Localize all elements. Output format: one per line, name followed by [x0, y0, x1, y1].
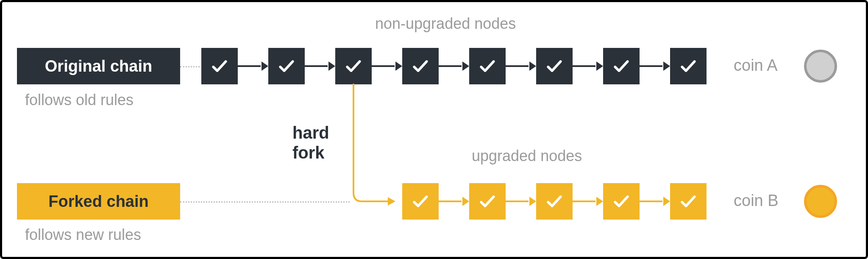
- chain-arrow: [372, 60, 402, 72]
- check-icon: [411, 57, 430, 75]
- original-chain-subtitle: follows old rules: [25, 91, 134, 109]
- check-icon: [612, 192, 631, 211]
- forked-block: [536, 183, 573, 220]
- check-icon: [210, 57, 229, 75]
- fork-connector: [2, 2, 868, 259]
- coin-b-circle-icon: [804, 185, 837, 218]
- check-icon: [679, 57, 698, 75]
- check-icon: [344, 57, 363, 75]
- original-block: [268, 48, 305, 84]
- chain-arrow: [640, 195, 670, 208]
- check-icon: [679, 192, 698, 211]
- original-block: [536, 48, 573, 84]
- chain-arrow: [305, 60, 335, 72]
- coin-a-label: coin A: [734, 56, 778, 75]
- original-block: [335, 48, 372, 84]
- upgraded-label: upgraded nodes: [472, 147, 582, 165]
- dotted-connector-original: [180, 66, 200, 67]
- chain-arrow: [238, 60, 268, 72]
- original-block: [670, 48, 707, 84]
- check-icon: [545, 192, 564, 211]
- hard-fork-l1: hard: [292, 123, 329, 142]
- forked-chain-title: Forked chain: [17, 183, 180, 220]
- dotted-connector-forked: [180, 201, 350, 203]
- coin-a-circle-icon: [804, 50, 837, 83]
- forked-block: [469, 183, 506, 220]
- forked-block: [670, 183, 707, 220]
- hard-fork-diagram: non-upgraded nodes Original chain follow…: [0, 0, 868, 259]
- check-icon: [478, 192, 497, 211]
- check-icon: [277, 57, 296, 75]
- forked-block: [603, 183, 640, 220]
- original-chain-title: Original chain: [17, 48, 180, 84]
- forked-block: [402, 183, 439, 220]
- hard-fork-l2: fork: [292, 143, 325, 162]
- chain-arrow: [439, 195, 469, 208]
- original-block: [402, 48, 439, 84]
- chain-arrow: [640, 60, 670, 72]
- chain-arrow: [439, 60, 469, 72]
- original-block: [469, 48, 506, 84]
- chain-arrow: [506, 60, 536, 72]
- svg-marker-0: [388, 197, 395, 206]
- check-icon: [545, 57, 564, 75]
- check-icon: [478, 57, 497, 75]
- forked-chain-subtitle: follows new rules: [25, 226, 141, 244]
- check-icon: [411, 192, 430, 211]
- chain-arrow: [573, 60, 603, 72]
- chain-arrow: [506, 195, 536, 208]
- original-block: [201, 48, 238, 84]
- original-block: [603, 48, 640, 84]
- check-icon: [612, 57, 631, 75]
- hard-fork-label: hard fork: [292, 123, 329, 163]
- coin-b-label: coin B: [734, 192, 779, 210]
- chain-arrow: [573, 195, 603, 208]
- non-upgraded-label: non-upgraded nodes: [375, 15, 516, 33]
